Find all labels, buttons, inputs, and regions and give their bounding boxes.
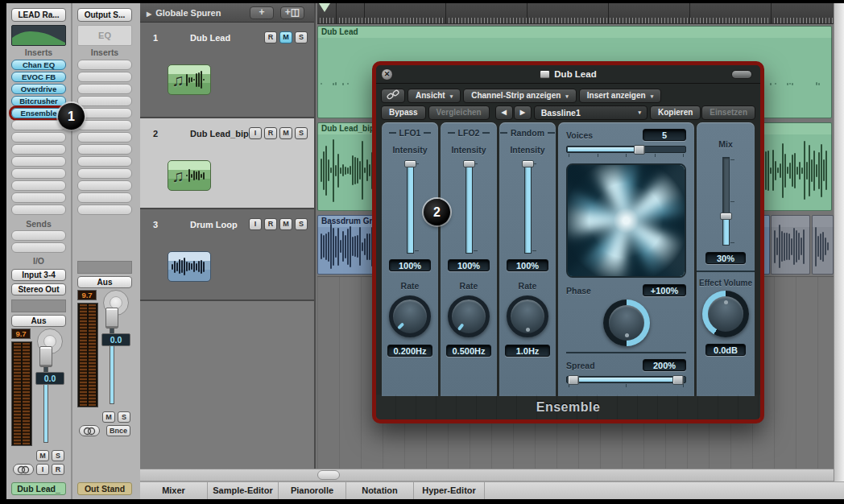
horizontal-scrollbar[interactable] <box>140 469 834 481</box>
track-row-1[interactable]: 1 Dub Lead R M S ♫ <box>140 23 314 118</box>
slider-handle-left[interactable] <box>568 375 579 385</box>
effect-volume-value[interactable]: 0.0dB <box>705 344 746 356</box>
tab-hyper-editor[interactable]: Hyper-Editor <box>414 482 485 499</box>
slider-handle[interactable] <box>463 160 475 167</box>
send-slot-empty[interactable] <box>11 230 66 241</box>
previous-preset-icon[interactable]: ◀ <box>495 105 513 120</box>
automation-mode-button[interactable]: Aus <box>11 315 66 327</box>
mute-button[interactable]: M <box>279 31 292 43</box>
voices-slider[interactable] <box>566 146 686 153</box>
input-monitor-button[interactable]: I <box>36 464 49 475</box>
volume-fader-handle[interactable] <box>39 346 52 367</box>
playhead-marker-icon[interactable] <box>319 3 330 12</box>
mix-value[interactable]: 30% <box>705 252 746 264</box>
tab-sample-editor[interactable]: Sample-Editor <box>208 482 279 499</box>
track-nameplate[interactable]: Out Stand <box>77 482 132 495</box>
effect-volume-knob[interactable] <box>702 291 749 337</box>
spread-slider[interactable] <box>566 376 686 383</box>
insert-slot-empty[interactable] <box>11 120 66 130</box>
track-row-2-selected[interactable]: 2 Dub Lead_bip I R M S ♫ <box>140 118 314 209</box>
eq-thumbnail[interactable] <box>11 25 66 46</box>
mute-button[interactable]: M <box>279 127 292 139</box>
record-enable-button[interactable]: R <box>52 464 64 475</box>
lfo2-rate-value[interactable]: 0.500Hz <box>446 345 491 357</box>
minimize-icon[interactable] <box>731 70 752 79</box>
volume-value[interactable]: 0.0 <box>101 333 130 346</box>
bar-ruler[interactable] <box>317 3 834 24</box>
next-preset-icon[interactable]: ▶ <box>514 105 532 120</box>
region-bassdrum-2[interactable] <box>771 215 810 275</box>
insert-slot-chan-eq[interactable]: Chan EQ <box>11 60 66 70</box>
track-name[interactable]: Drum Loop <box>190 220 238 229</box>
insert-slot-empty[interactable] <box>11 144 66 155</box>
insert-slot-empty[interactable] <box>77 72 132 82</box>
voices-value[interactable]: 5 <box>643 129 686 141</box>
mute-button[interactable]: M <box>36 450 49 461</box>
insert-slot-empty[interactable] <box>77 84 132 94</box>
slider-handle[interactable] <box>522 160 534 167</box>
global-tracks-header[interactable]: ▶Globale Spuren + +◫ <box>140 3 314 23</box>
random-rate-value[interactable]: 1.0Hz <box>505 345 550 357</box>
phase-value[interactable]: +100% <box>643 284 686 296</box>
bounce-button[interactable]: Bnce <box>106 425 130 436</box>
insert-slot-empty[interactable] <box>77 144 132 155</box>
strip-setting-button[interactable]: Output S... <box>77 8 132 22</box>
copy-button[interactable]: Kopieren <box>650 105 701 120</box>
insert-slot-empty[interactable] <box>77 192 132 203</box>
record-enable-button[interactable]: R <box>264 218 277 230</box>
lfo1-intensity-slider[interactable] <box>407 161 414 254</box>
insert-slot-overdrive[interactable]: Overdrive <box>11 84 66 94</box>
record-enable-button[interactable]: R <box>264 127 277 139</box>
insert-slot-empty[interactable] <box>77 132 132 143</box>
mute-button[interactable]: M <box>279 218 292 230</box>
link-button[interactable] <box>381 89 405 103</box>
solo-button[interactable]: S <box>295 218 308 230</box>
random-rate-knob[interactable] <box>507 295 548 337</box>
add-duplicate-track-button[interactable]: +◫ <box>280 6 304 19</box>
insert-slot-empty[interactable] <box>11 156 66 167</box>
menu-ansicht[interactable]: Ansicht▾ <box>408 89 461 103</box>
insert-slot-empty[interactable] <box>77 180 132 191</box>
volume-value[interactable]: 0.0 <box>35 372 64 385</box>
slider-handle[interactable] <box>404 160 416 167</box>
phase-knob[interactable] <box>603 300 650 346</box>
random-intensity-slider[interactable] <box>524 161 532 254</box>
menu-insert-anzeigen[interactable]: Insert anzeigen▾ <box>579 89 661 103</box>
close-icon[interactable]: ✕ <box>381 68 393 81</box>
insert-slot-empty[interactable] <box>77 108 132 118</box>
mix-slider[interactable] <box>722 157 730 246</box>
group-slot[interactable] <box>77 261 132 274</box>
slider-handle[interactable] <box>720 213 732 220</box>
insert-slot-empty[interactable] <box>77 204 132 215</box>
plugin-titlebar[interactable]: ✕ Dub Lead <box>376 65 760 84</box>
disclosure-triangle-icon[interactable]: ▶ <box>147 10 151 18</box>
random-intensity-value[interactable]: 100% <box>507 259 548 271</box>
slider-handle-right[interactable] <box>672 375 684 385</box>
track-nameplate[interactable]: Dub Lead_ <box>11 482 66 495</box>
add-track-button[interactable]: + <box>250 6 274 19</box>
mute-button[interactable]: M <box>102 411 115 423</box>
solo-button[interactable]: S <box>52 450 64 461</box>
insert-slot-empty[interactable] <box>11 168 66 179</box>
output-selector[interactable]: Stereo Out <box>11 283 66 295</box>
compare-button[interactable]: Vergleichen <box>428 105 490 120</box>
solo-button[interactable]: S <box>295 127 308 139</box>
bypass-button[interactable]: Bypass <box>381 105 426 120</box>
lfo2-intensity-slider[interactable] <box>465 161 473 254</box>
track-name[interactable]: Dub Lead <box>190 33 230 43</box>
track-name[interactable]: Dub Lead_bip <box>190 129 249 138</box>
preset-selector[interactable]: Bassline1▾ <box>534 105 647 120</box>
eq-placeholder[interactable]: EQ <box>77 25 132 46</box>
record-enable-button[interactable]: R <box>264 31 277 43</box>
solo-button[interactable]: S <box>295 31 308 43</box>
tab-pianorolle[interactable]: Pianorolle <box>279 482 346 499</box>
volume-fader-handle[interactable] <box>106 308 118 328</box>
region-bassdrum-3[interactable] <box>812 215 834 275</box>
insert-slot-bitcrusher[interactable]: Bitcrusher <box>11 96 66 106</box>
stereo-format-button[interactable] <box>13 464 34 475</box>
paste-button[interactable]: Einsetzen <box>701 105 755 120</box>
insert-slot-empty[interactable] <box>11 192 66 203</box>
stereo-format-button[interactable] <box>79 425 100 436</box>
lfo1-rate-value[interactable]: 0.200Hz <box>387 345 432 357</box>
input-monitor-button[interactable]: I <box>249 218 262 230</box>
